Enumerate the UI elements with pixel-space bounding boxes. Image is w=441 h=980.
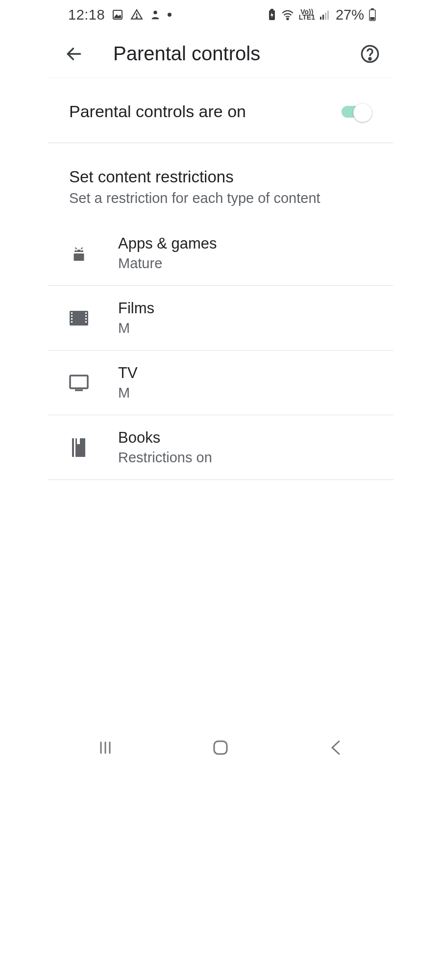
svg-rect-31 <box>70 376 88 388</box>
svg-rect-5 <box>270 9 273 11</box>
svg-rect-33 <box>72 438 74 457</box>
system-nav-bar <box>48 726 393 770</box>
svg-point-19 <box>80 249 82 251</box>
svg-line-21 <box>81 248 83 249</box>
toggle-thumb <box>353 103 372 122</box>
book-icon <box>69 438 89 457</box>
svg-rect-17 <box>74 253 84 261</box>
svg-rect-28 <box>85 315 87 317</box>
signal-icon <box>320 10 331 20</box>
svg-rect-8 <box>322 15 324 20</box>
svg-point-2 <box>136 17 137 18</box>
svg-rect-10 <box>327 11 329 20</box>
svg-rect-13 <box>370 17 375 20</box>
svg-point-16 <box>369 58 371 60</box>
wifi-icon <box>281 9 294 20</box>
help-button[interactable] <box>358 42 382 66</box>
content-type-films[interactable]: Films M <box>48 286 393 351</box>
svg-rect-7 <box>320 17 321 20</box>
item-title: Apps & games <box>118 235 217 252</box>
item-text: Apps & games Mature <box>118 235 217 272</box>
item-title: Books <box>118 429 212 447</box>
svg-rect-27 <box>85 312 87 314</box>
item-subtitle: M <box>118 385 138 401</box>
toggle-label: Parental controls are on <box>69 102 246 121</box>
svg-point-18 <box>76 249 77 251</box>
svg-point-3 <box>153 11 157 14</box>
item-title: Films <box>118 300 154 317</box>
film-icon <box>69 311 89 326</box>
svg-rect-40 <box>214 741 227 754</box>
parental-controls-toggle[interactable] <box>342 103 372 120</box>
tv-icon <box>69 375 89 391</box>
home-button[interactable] <box>181 733 260 762</box>
back-button[interactable] <box>62 42 86 66</box>
item-text: Films M <box>118 300 154 336</box>
battery-icon <box>369 8 376 21</box>
item-subtitle: Restrictions on <box>118 450 212 466</box>
page-title: Parental controls <box>113 43 260 65</box>
status-left: 12:18 <box>68 7 172 23</box>
item-text: Books Restrictions on <box>118 429 212 466</box>
app-header: Parental controls <box>48 29 393 78</box>
section-title: Set content restrictions <box>69 168 372 186</box>
status-time: 12:18 <box>68 7 105 23</box>
item-subtitle: Mature <box>118 255 217 272</box>
svg-rect-9 <box>325 13 326 20</box>
item-text: TV M <box>118 364 138 401</box>
svg-rect-29 <box>85 318 87 320</box>
svg-rect-23 <box>71 312 73 314</box>
section-subtitle: Set a restriction for each type of conte… <box>69 190 372 206</box>
image-icon <box>112 9 123 21</box>
parental-controls-toggle-row[interactable]: Parental controls are on <box>48 78 393 143</box>
person-icon <box>150 9 161 20</box>
item-title: TV <box>118 364 138 382</box>
svg-rect-12 <box>371 8 374 10</box>
battery-saver-icon <box>268 9 276 21</box>
content-type-tv[interactable]: TV M <box>48 351 393 415</box>
status-bar: 12:18 Vo)) LTE1 <box>48 0 393 29</box>
status-right: Vo)) LTE1 27% <box>268 7 376 23</box>
content-type-apps-games[interactable]: Apps & games Mature <box>48 221 393 286</box>
lte-indicator: Vo)) LTE1 <box>299 9 315 20</box>
warning-icon <box>130 8 143 21</box>
content-type-books[interactable]: Books Restrictions on <box>48 415 393 480</box>
svg-rect-24 <box>71 315 73 317</box>
dot-icon <box>168 13 172 17</box>
item-subtitle: M <box>118 320 154 336</box>
section-header: Set content restrictions Set a restricti… <box>48 143 393 221</box>
svg-line-20 <box>75 248 77 249</box>
svg-rect-26 <box>71 321 73 323</box>
battery-percent: 27% <box>336 7 364 23</box>
recents-button[interactable] <box>66 733 145 762</box>
android-icon <box>69 245 89 262</box>
svg-rect-25 <box>71 318 73 320</box>
svg-point-6 <box>287 18 288 20</box>
back-nav-button[interactable] <box>296 733 375 762</box>
svg-rect-30 <box>85 321 87 323</box>
lte-label: LTE1 <box>299 15 315 20</box>
phone-screen: 12:18 Vo)) LTE1 <box>48 0 393 770</box>
